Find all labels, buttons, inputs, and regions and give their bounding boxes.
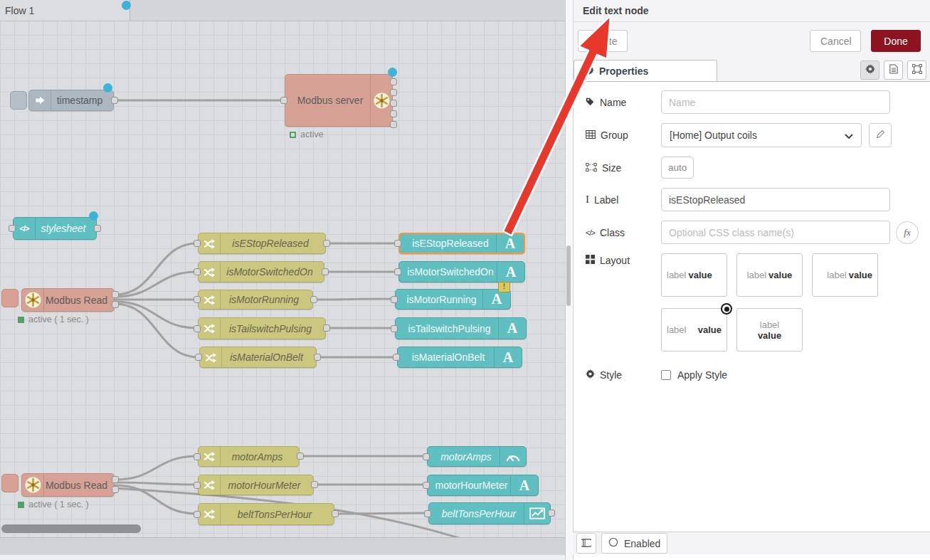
output-port[interactable] bbox=[112, 476, 119, 483]
node-txt-beltTonsPerHour[interactable]: beltTonsPerHour bbox=[428, 502, 551, 524]
node-txt-motorHourMeter[interactable]: AmotorHourMeter bbox=[427, 475, 539, 496]
layout-option-column[interactable]: labelvalue bbox=[736, 308, 803, 352]
canvas-bottom-strip bbox=[0, 555, 565, 560]
input-port[interactable] bbox=[393, 354, 400, 361]
name-input[interactable] bbox=[661, 90, 890, 114]
input-port[interactable] bbox=[423, 482, 430, 489]
layout-selected-radio[interactable] bbox=[721, 303, 732, 315]
inject-button[interactable] bbox=[10, 91, 27, 110]
done-button[interactable]: Done bbox=[871, 30, 921, 52]
tab-flow-1[interactable]: Flow 1 bbox=[0, 0, 130, 21]
appearance-button[interactable] bbox=[907, 60, 926, 80]
node-ch-motorAmps[interactable]: motorAmps bbox=[198, 446, 300, 467]
tab-properties[interactable]: Properties bbox=[574, 60, 717, 81]
node-ch-isEStopReleased[interactable]: isEStopReleased bbox=[198, 233, 326, 254]
cancel-button[interactable]: Cancel bbox=[810, 30, 861, 52]
input-port[interactable] bbox=[195, 354, 202, 361]
output-port[interactable] bbox=[390, 78, 397, 85]
input-port[interactable] bbox=[423, 453, 430, 460]
output-port[interactable] bbox=[112, 291, 119, 298]
output-port[interactable] bbox=[297, 453, 304, 460]
input-port[interactable] bbox=[194, 240, 201, 247]
node-ch-isMotorRunning[interactable]: isMotorRunning bbox=[198, 290, 313, 310]
layout-option-row-center[interactable]: labelvalue bbox=[736, 253, 803, 297]
node-modbus-server[interactable]: Modbus server bbox=[285, 74, 393, 127]
node-txt-isMotorRunning[interactable]: AisMotorRunning bbox=[395, 289, 511, 310]
layout-option-row-spread[interactable]: labelvalue bbox=[661, 308, 727, 352]
output-port[interactable] bbox=[111, 97, 118, 104]
node-modbus-read-2[interactable]: Modbus Read bbox=[21, 473, 115, 497]
wire[interactable] bbox=[335, 513, 428, 514]
shuffle-icon bbox=[199, 504, 221, 524]
output-port[interactable] bbox=[314, 354, 321, 361]
node-txt-isMotorSwitchedOn[interactable]: AisMotorSwitchedOn bbox=[398, 261, 525, 282]
status-dot-icon bbox=[18, 502, 24, 508]
output-port[interactable] bbox=[310, 296, 317, 303]
vertical-scrollbar[interactable] bbox=[566, 245, 571, 306]
wire[interactable] bbox=[115, 482, 197, 485]
output-port[interactable] bbox=[112, 486, 119, 493]
node-stub[interactable] bbox=[1, 289, 19, 307]
output-port[interactable] bbox=[112, 301, 119, 308]
horizontal-scrollbar[interactable] bbox=[1, 524, 141, 533]
node-ch-isMotorSwitchedOn[interactable]: isMotorSwitchedOn bbox=[198, 261, 324, 282]
node-txt-isMaterialOnBelt[interactable]: AisMaterialOnBelt bbox=[397, 347, 522, 368]
label-input[interactable] bbox=[661, 188, 890, 211]
node-modbus-read-1[interactable]: Modbus Read bbox=[21, 288, 115, 312]
node-stub[interactable] bbox=[1, 474, 19, 492]
wire[interactable] bbox=[115, 456, 197, 480]
output-port[interactable] bbox=[390, 110, 397, 117]
output-port[interactable] bbox=[332, 510, 339, 517]
input-port[interactable] bbox=[9, 225, 16, 232]
node-stylesheet[interactable]: </>stylesheet bbox=[13, 217, 97, 240]
input-port[interactable] bbox=[394, 240, 401, 247]
layout-option-row-left[interactable]: labelvalue bbox=[661, 253, 727, 297]
output-port[interactable] bbox=[311, 481, 318, 488]
node-txt-isTailswitchPulsing[interactable]: AisTailswitchPulsing bbox=[395, 317, 527, 339]
input-port[interactable] bbox=[194, 296, 201, 303]
layout-option-row-right[interactable]: labelvalue bbox=[812, 253, 878, 297]
node-timestamp[interactable]: timestamp bbox=[28, 90, 114, 111]
class-input[interactable] bbox=[661, 221, 890, 244]
node-ch-beltTonsPerHour[interactable]: beltTonsPerHour bbox=[198, 503, 334, 525]
properties-view-button[interactable] bbox=[860, 60, 879, 80]
output-port[interactable] bbox=[390, 89, 397, 96]
enabled-toggle-button[interactable]: Enabled bbox=[601, 533, 667, 554]
input-port[interactable] bbox=[391, 325, 398, 332]
output-port[interactable] bbox=[323, 240, 330, 247]
description-button[interactable] bbox=[884, 60, 903, 80]
apply-style-checkbox[interactable] bbox=[661, 370, 671, 380]
flow-canvas[interactable]: timestampModbus server</>stylesheetModbu… bbox=[0, 0, 565, 537]
wire[interactable] bbox=[115, 243, 197, 295]
output-port[interactable] bbox=[548, 509, 555, 517]
docs-button[interactable] bbox=[576, 533, 596, 554]
input-port[interactable] bbox=[194, 511, 201, 518]
group-select[interactable]: [Home] Output coils bbox=[661, 123, 862, 147]
node-ch-motorHourMeter[interactable]: motorHourMeter bbox=[198, 475, 314, 495]
input-port[interactable] bbox=[391, 296, 398, 303]
output-port[interactable] bbox=[322, 268, 329, 275]
expression-button[interactable]: fx bbox=[896, 221, 919, 244]
dialog-header: Edit text node bbox=[574, 0, 930, 22]
node-txt-motorAmps[interactable]: motorAmps bbox=[427, 446, 527, 467]
output-port[interactable] bbox=[94, 225, 101, 232]
node-ch-isTailswitchPulsing[interactable]: isTailswitchPulsing bbox=[198, 317, 326, 339]
input-port[interactable] bbox=[194, 482, 201, 489]
input-port[interactable] bbox=[194, 453, 201, 460]
input-port[interactable] bbox=[394, 268, 401, 275]
output-port[interactable] bbox=[390, 100, 397, 107]
output-port[interactable] bbox=[323, 324, 330, 332]
delete-button[interactable]: Delete bbox=[578, 30, 628, 52]
input-port[interactable] bbox=[194, 268, 201, 275]
wire[interactable] bbox=[314, 299, 394, 300]
size-button[interactable]: auto bbox=[661, 157, 694, 179]
input-port[interactable] bbox=[194, 325, 201, 332]
edit-group-button[interactable] bbox=[869, 123, 892, 147]
edit-dialog: Edit text node Delete Cancel Done Proper… bbox=[573, 0, 930, 560]
input-port[interactable] bbox=[280, 97, 287, 104]
input-port[interactable] bbox=[424, 510, 431, 517]
node-txt-isEStopReleased[interactable]: AisEStopReleased bbox=[398, 233, 525, 254]
wire[interactable] bbox=[115, 304, 199, 357]
output-port[interactable] bbox=[390, 121, 397, 128]
node-ch-isMaterialOnBelt[interactable]: isMaterialOnBelt bbox=[199, 347, 317, 368]
